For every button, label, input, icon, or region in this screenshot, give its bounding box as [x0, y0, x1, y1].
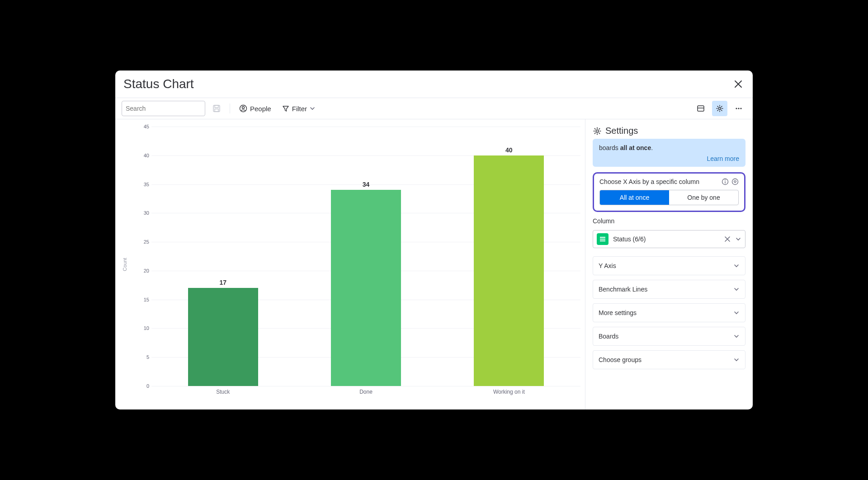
learn-more-link[interactable]: Learn more: [599, 155, 739, 162]
column-section-label: Column: [593, 217, 745, 225]
gear-icon: [716, 104, 724, 113]
close-button[interactable]: [732, 78, 745, 90]
svg-rect-6: [698, 106, 704, 111]
chevron-down-icon: [733, 286, 740, 292]
svg-rect-3: [215, 109, 218, 112]
chevron-down-icon: [733, 357, 740, 363]
xaxis-row: Choose X Axis by a specific column: [599, 178, 739, 185]
y-tick-label: 30: [138, 210, 149, 216]
toolbar-divider: [230, 104, 230, 113]
accordion-label: Y Axis: [599, 262, 616, 269]
chart-area: Count 051015202530354045 173440 StuckDon…: [115, 119, 585, 409]
save-icon: [212, 104, 221, 113]
info-text: boards all at once.: [599, 143, 739, 152]
svg-point-11: [740, 108, 741, 109]
window: Status Chart People Filter: [115, 71, 753, 409]
y-tick-label: 0: [138, 383, 149, 389]
x-tick-label: Done: [294, 389, 437, 395]
y-tick-label: 10: [138, 325, 149, 331]
toggle-one-by-one[interactable]: One by one: [669, 190, 738, 205]
panel-icon: [697, 104, 705, 113]
info-text-dot: .: [651, 144, 653, 151]
xaxis-toggle: All at once One by one: [599, 190, 739, 205]
filter-button[interactable]: Filter: [278, 101, 319, 116]
info-card: boards all at once. Learn more: [593, 139, 745, 167]
svg-point-10: [738, 108, 739, 109]
people-button[interactable]: People: [236, 101, 275, 116]
svg-point-8: [719, 108, 721, 110]
dots-icon: [735, 104, 743, 113]
title-bar: Status Chart: [115, 71, 753, 98]
y-tick-label: 35: [138, 182, 149, 187]
search-input[interactable]: [126, 105, 205, 112]
people-label: People: [250, 105, 271, 113]
y-tick-label: 15: [138, 297, 149, 302]
bar[interactable]: [474, 155, 544, 386]
toggle-all-at-once[interactable]: All at once: [600, 190, 669, 205]
page-title: Status Chart: [123, 77, 194, 91]
accordions: Y AxisBenchmark LinesMore settingsBoards…: [593, 256, 745, 369]
y-tick-label: 40: [138, 153, 149, 158]
chart-plot: 051015202530354045 173440 StuckDoneWorki…: [133, 124, 585, 396]
body: Count 051015202530354045 173440 StuckDon…: [115, 119, 753, 409]
column-value: Status (6/6): [613, 235, 720, 243]
accordion-label: Boards: [599, 333, 618, 340]
svg-rect-2: [215, 105, 218, 108]
chevron-down-icon: [733, 310, 740, 316]
clear-icon[interactable]: [724, 236, 731, 242]
chevron-down-icon[interactable]: [735, 236, 741, 242]
close-icon: [734, 80, 742, 88]
svg-point-9: [736, 108, 737, 109]
bars-row: 173440: [151, 127, 580, 386]
fullwidth-button[interactable]: [693, 101, 708, 116]
person-icon: [239, 104, 247, 113]
heart-icon[interactable]: [731, 178, 739, 185]
more-button[interactable]: [731, 101, 746, 116]
bar[interactable]: [331, 190, 401, 386]
settings-panel: Settings boards all at once. Learn more …: [585, 119, 753, 409]
bar-value-label: 40: [505, 146, 513, 154]
accordion-more-settings[interactable]: More settings: [593, 303, 745, 322]
bar-slot: 34: [294, 127, 437, 386]
y-tick-label: 25: [138, 239, 149, 245]
settings-button[interactable]: [712, 101, 727, 116]
accordion-choose-groups[interactable]: Choose groups: [593, 350, 745, 369]
accordion-label: More settings: [599, 309, 637, 316]
x-tick-label: Stuck: [151, 389, 294, 395]
grid-line: [151, 386, 580, 386]
svg-point-16: [732, 179, 738, 185]
search-input-wrap[interactable]: [122, 101, 205, 116]
toolbar: People Filter: [115, 98, 753, 119]
xaxis-label: Choose X Axis by a specific column: [599, 178, 699, 185]
filter-label: Filter: [292, 105, 307, 113]
bar-value-label: 17: [219, 279, 226, 286]
settings-header: Settings: [593, 126, 745, 136]
y-tick-label: 5: [138, 354, 149, 360]
xaxis-section: Choose X Axis by a specific column All a…: [593, 172, 745, 212]
accordion-label: Choose groups: [599, 356, 642, 363]
info-text-tail: boards: [599, 144, 620, 151]
chevron-down-icon: [310, 106, 315, 111]
bar-slot: 17: [151, 127, 294, 386]
accordion-y-axis[interactable]: Y Axis: [593, 256, 745, 275]
accordion-boards[interactable]: Boards: [593, 327, 745, 346]
settings-title: Settings: [605, 126, 638, 136]
accordion-benchmark-lines[interactable]: Benchmark Lines: [593, 280, 745, 299]
status-chip-icon: [597, 233, 609, 245]
chevron-down-icon: [733, 333, 740, 339]
svg-rect-1: [213, 105, 220, 112]
info-icon[interactable]: [722, 178, 729, 185]
bar[interactable]: [188, 288, 258, 386]
save-button[interactable]: [209, 101, 224, 116]
y-axis-label: Count: [122, 258, 127, 271]
column-select[interactable]: Status (6/6): [593, 230, 745, 248]
svg-point-12: [596, 130, 599, 132]
y-tick-label: 45: [138, 124, 149, 129]
x-labels: StuckDoneWorking on it: [151, 389, 580, 395]
info-text-bold: all at once: [620, 144, 651, 151]
bar-value-label: 34: [363, 181, 370, 188]
chevron-down-icon: [733, 263, 740, 269]
svg-point-5: [242, 107, 245, 109]
xaxis-icons: [722, 178, 739, 185]
gear-icon: [593, 127, 602, 136]
